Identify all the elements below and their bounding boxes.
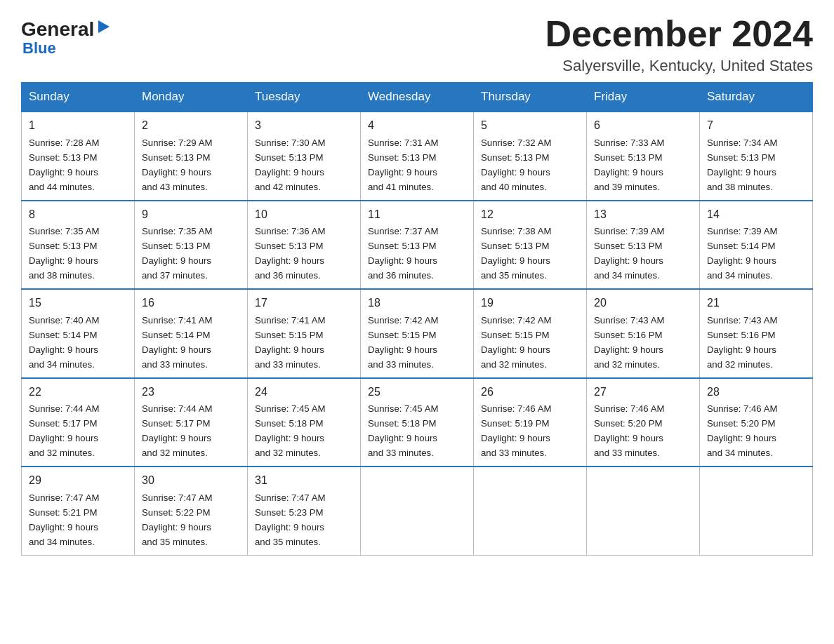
day-number: 8: [29, 206, 128, 224]
calendar-cell: 9 Sunrise: 7:35 AMSunset: 5:13 PMDayligh…: [135, 201, 248, 289]
month-title: December 2024: [545, 14, 813, 54]
day-info: Sunrise: 7:34 AMSunset: 5:13 PMDaylight:…: [707, 137, 777, 192]
day-info: Sunrise: 7:39 AMSunset: 5:14 PMDaylight:…: [707, 226, 777, 281]
day-number: 23: [142, 384, 241, 401]
location-title: Salyersville, Kentucky, United States: [545, 57, 813, 75]
day-info: Sunrise: 7:36 AMSunset: 5:13 PMDaylight:…: [255, 226, 325, 281]
header-wednesday: Wednesday: [361, 83, 474, 112]
day-info: Sunrise: 7:33 AMSunset: 5:13 PMDaylight:…: [594, 137, 664, 192]
day-info: Sunrise: 7:45 AMSunset: 5:18 PMDaylight:…: [368, 403, 438, 458]
calendar-cell: 28 Sunrise: 7:46 AMSunset: 5:20 PMDaylig…: [700, 378, 813, 467]
day-info: Sunrise: 7:46 AMSunset: 5:20 PMDaylight:…: [594, 403, 664, 458]
day-number: 22: [29, 384, 128, 401]
calendar-cell: 19 Sunrise: 7:42 AMSunset: 5:15 PMDaylig…: [474, 289, 587, 377]
week-row-1: 1 Sunrise: 7:28 AMSunset: 5:13 PMDayligh…: [22, 112, 813, 200]
day-number: 6: [594, 117, 694, 135]
day-number: 14: [707, 206, 807, 224]
calendar-cell: 17 Sunrise: 7:41 AMSunset: 5:15 PMDaylig…: [248, 289, 361, 377]
day-info: Sunrise: 7:39 AMSunset: 5:13 PMDaylight:…: [594, 226, 664, 281]
day-number: 9: [142, 206, 241, 224]
logo: General Blue: [21, 20, 111, 58]
calendar-cell: 20 Sunrise: 7:43 AMSunset: 5:16 PMDaylig…: [587, 289, 700, 377]
weekday-header-row: Sunday Monday Tuesday Wednesday Thursday…: [22, 83, 813, 112]
calendar-cell: 10 Sunrise: 7:36 AMSunset: 5:13 PMDaylig…: [248, 201, 361, 289]
calendar-cell: 14 Sunrise: 7:39 AMSunset: 5:14 PMDaylig…: [700, 201, 813, 289]
day-number: 7: [707, 117, 807, 135]
logo-general-text: General: [21, 20, 94, 39]
calendar-cell: 30 Sunrise: 7:47 AMSunset: 5:22 PMDaylig…: [135, 467, 248, 555]
logo-blue-text: Blue: [22, 39, 56, 58]
day-number: 1: [29, 117, 128, 135]
calendar-cell: [474, 467, 587, 555]
day-number: 19: [481, 295, 581, 312]
title-block: December 2024 Salyersville, Kentucky, Un…: [545, 14, 813, 75]
day-number: 20: [594, 295, 694, 312]
day-info: Sunrise: 7:46 AMSunset: 5:20 PMDaylight:…: [707, 403, 777, 458]
day-info: Sunrise: 7:47 AMSunset: 5:23 PMDaylight:…: [255, 492, 325, 547]
day-number: 27: [594, 384, 694, 401]
calendar-cell: 13 Sunrise: 7:39 AMSunset: 5:13 PMDaylig…: [587, 201, 700, 289]
calendar-cell: 8 Sunrise: 7:35 AMSunset: 5:13 PMDayligh…: [22, 201, 135, 289]
header-thursday: Thursday: [474, 83, 587, 112]
header-saturday: Saturday: [700, 83, 813, 112]
day-info: Sunrise: 7:31 AMSunset: 5:13 PMDaylight:…: [368, 137, 438, 192]
day-info: Sunrise: 7:41 AMSunset: 5:15 PMDaylight:…: [255, 315, 325, 370]
week-row-3: 15 Sunrise: 7:40 AMSunset: 5:14 PMDaylig…: [22, 289, 813, 377]
calendar-cell: 23 Sunrise: 7:44 AMSunset: 5:17 PMDaylig…: [135, 378, 248, 467]
day-number: 11: [368, 206, 468, 224]
calendar-cell: 27 Sunrise: 7:46 AMSunset: 5:20 PMDaylig…: [587, 378, 700, 467]
calendar-cell: 26 Sunrise: 7:46 AMSunset: 5:19 PMDaylig…: [474, 378, 587, 467]
calendar-cell: 25 Sunrise: 7:45 AMSunset: 5:18 PMDaylig…: [361, 378, 474, 467]
calendar-cell: 31 Sunrise: 7:47 AMSunset: 5:23 PMDaylig…: [248, 467, 361, 555]
day-info: Sunrise: 7:29 AMSunset: 5:13 PMDaylight:…: [142, 137, 212, 192]
day-number: 2: [142, 117, 241, 135]
calendar-cell: [361, 467, 474, 555]
day-info: Sunrise: 7:44 AMSunset: 5:17 PMDaylight:…: [142, 403, 212, 458]
calendar-cell: 22 Sunrise: 7:44 AMSunset: 5:17 PMDaylig…: [22, 378, 135, 467]
calendar-cell: 15 Sunrise: 7:40 AMSunset: 5:14 PMDaylig…: [22, 289, 135, 377]
day-info: Sunrise: 7:30 AMSunset: 5:13 PMDaylight:…: [255, 137, 325, 192]
day-info: Sunrise: 7:28 AMSunset: 5:13 PMDaylight:…: [29, 137, 99, 192]
day-number: 21: [707, 295, 807, 312]
calendar-cell: 7 Sunrise: 7:34 AMSunset: 5:13 PMDayligh…: [700, 112, 813, 200]
day-number: 12: [481, 206, 581, 224]
day-number: 15: [29, 295, 128, 312]
day-number: 28: [707, 384, 807, 401]
calendar-cell: 5 Sunrise: 7:32 AMSunset: 5:13 PMDayligh…: [474, 112, 587, 200]
day-info: Sunrise: 7:37 AMSunset: 5:13 PMDaylight:…: [368, 226, 438, 281]
calendar-cell: 2 Sunrise: 7:29 AMSunset: 5:13 PMDayligh…: [135, 112, 248, 200]
calendar-cell: 4 Sunrise: 7:31 AMSunset: 5:13 PMDayligh…: [361, 112, 474, 200]
day-info: Sunrise: 7:46 AMSunset: 5:19 PMDaylight:…: [481, 403, 551, 458]
calendar-table: Sunday Monday Tuesday Wednesday Thursday…: [21, 82, 813, 555]
day-number: 24: [255, 384, 355, 401]
header-friday: Friday: [587, 83, 700, 112]
week-row-4: 22 Sunrise: 7:44 AMSunset: 5:17 PMDaylig…: [22, 378, 813, 467]
day-number: 16: [142, 295, 241, 312]
day-number: 18: [368, 295, 468, 312]
day-info: Sunrise: 7:35 AMSunset: 5:13 PMDaylight:…: [142, 226, 212, 281]
day-number: 5: [481, 117, 581, 135]
day-number: 13: [594, 206, 694, 224]
logo-arrow-icon: [95, 19, 111, 34]
calendar-cell: 12 Sunrise: 7:38 AMSunset: 5:13 PMDaylig…: [474, 201, 587, 289]
day-number: 3: [255, 117, 355, 135]
day-info: Sunrise: 7:43 AMSunset: 5:16 PMDaylight:…: [594, 315, 664, 370]
week-row-2: 8 Sunrise: 7:35 AMSunset: 5:13 PMDayligh…: [22, 201, 813, 289]
day-number: 30: [142, 472, 241, 490]
day-number: 29: [29, 472, 128, 490]
calendar-cell: [587, 467, 700, 555]
day-info: Sunrise: 7:44 AMSunset: 5:17 PMDaylight:…: [29, 403, 99, 458]
day-info: Sunrise: 7:40 AMSunset: 5:14 PMDaylight:…: [29, 315, 99, 370]
day-number: 31: [255, 472, 355, 490]
day-number: 10: [255, 206, 355, 224]
day-number: 26: [481, 384, 581, 401]
calendar-cell: 1 Sunrise: 7:28 AMSunset: 5:13 PMDayligh…: [22, 112, 135, 200]
svg-marker-0: [98, 20, 110, 33]
day-info: Sunrise: 7:32 AMSunset: 5:13 PMDaylight:…: [481, 137, 551, 192]
day-number: 4: [368, 117, 468, 135]
day-info: Sunrise: 7:42 AMSunset: 5:15 PMDaylight:…: [481, 315, 551, 370]
calendar-cell: 21 Sunrise: 7:43 AMSunset: 5:16 PMDaylig…: [700, 289, 813, 377]
day-info: Sunrise: 7:47 AMSunset: 5:22 PMDaylight:…: [142, 492, 212, 547]
calendar-cell: 16 Sunrise: 7:41 AMSunset: 5:14 PMDaylig…: [135, 289, 248, 377]
calendar-cell: 24 Sunrise: 7:45 AMSunset: 5:18 PMDaylig…: [248, 378, 361, 467]
